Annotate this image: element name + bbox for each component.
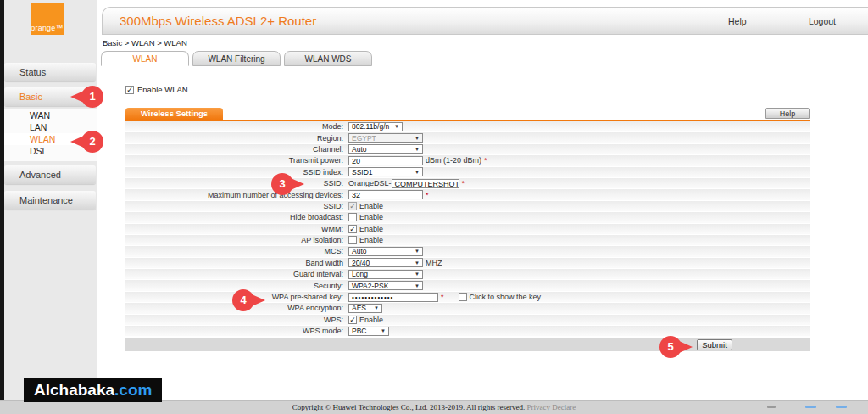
header-bar: 300Mbps Wireless ADSL2+ Router Help Logo… — [102, 7, 868, 35]
wpa-encryption-select[interactable]: AES▼ — [348, 304, 382, 313]
tab-wlan-wds[interactable]: WLAN WDS — [284, 51, 372, 66]
show-key-checkbox[interactable] — [459, 293, 467, 301]
watermark-banner: Alchabaka.com — [24, 378, 162, 402]
chevron-down-icon: ▼ — [415, 136, 420, 141]
table-row: AP isolation: Enable — [125, 235, 810, 246]
table-row: WPS: ✓ Enable — [125, 315, 810, 326]
checkmark-icon: ✓ — [349, 316, 356, 324]
ssid-prefix: OrangeDSL- — [348, 179, 392, 187]
footer-dash-decoration — [767, 406, 776, 408]
callout-arrow-3: 3 — [271, 173, 293, 195]
callout-number: 2 — [81, 131, 103, 153]
table-row: MCS: Auto▼ — [125, 246, 810, 257]
sidebar-item-status[interactable]: Status — [4, 63, 96, 81]
field-suffix: dBm (1-20 dBm) — [426, 156, 481, 165]
required-asterisk: * — [441, 293, 444, 301]
sidebar-item-wan[interactable]: WAN — [4, 109, 97, 121]
field-label: Region: — [125, 134, 348, 143]
select-value: AES — [352, 304, 366, 312]
footer-bar: Copyright © Huawei Technologies Co., Ltd… — [0, 400, 868, 414]
tab-bar: WLAN WLAN Filtering WLAN WDS — [101, 51, 372, 66]
wireless-settings-title: Wireless Settings — [125, 108, 223, 120]
wmm-checkbox[interactable]: ✓ — [348, 225, 357, 233]
chevron-down-icon: ▼ — [415, 283, 420, 288]
ap-isolation-checkbox[interactable] — [348, 236, 357, 244]
required-asterisk: * — [462, 179, 465, 187]
field-label: Transmit power: — [125, 156, 348, 165]
enable-wlan-checkbox[interactable]: ✓ — [125, 86, 134, 94]
table-row: WPA encryption: AES▼ — [125, 303, 810, 314]
table-row: Region: EGYPT▼ — [125, 132, 810, 143]
callout-arrow-5: 5 — [659, 336, 682, 358]
chevron-down-icon: ▼ — [415, 170, 420, 175]
table-row: Mode: 802.11b/g/n▼ — [125, 121, 810, 132]
enable-wlan-label: Enable WLAN — [137, 85, 188, 94]
field-label: Band width — [125, 259, 348, 267]
tab-label: WLAN — [133, 54, 158, 64]
ssid-index-select[interactable]: SSID1▼ — [348, 167, 423, 176]
max-devices-input[interactable]: 32 — [348, 190, 423, 199]
help-link[interactable]: Help — [728, 8, 747, 35]
callout-number: 4 — [232, 289, 254, 311]
field-label: SSID: — [125, 179, 348, 187]
table-row: Guard interval: Long▼ — [125, 269, 810, 280]
orange-logo: orange™ — [31, 3, 64, 35]
required-asterisk: * — [484, 156, 487, 165]
table-row: WMM: ✓ Enable — [125, 224, 810, 235]
bandwidth-select[interactable]: 20/40▼ — [348, 258, 423, 267]
sidebar-item-label: Maintenance — [19, 195, 73, 205]
field-label: SSID: — [125, 202, 348, 210]
tab-wlan[interactable]: WLAN — [101, 51, 189, 66]
field-label: WPS: — [125, 316, 348, 324]
submit-button[interactable]: Submit — [697, 339, 732, 350]
wps-mode-select[interactable]: PBC▼ — [348, 327, 389, 336]
enable-wlan-row: ✓ Enable WLAN — [125, 85, 188, 94]
hide-broadcast-checkbox[interactable] — [348, 213, 357, 221]
tab-label: WLAN Filtering — [208, 54, 264, 64]
sidebar-item-label: LAN — [30, 122, 47, 132]
sidebar-item-maintenance[interactable]: Maintenance — [4, 191, 96, 210]
table-help-button[interactable]: Help — [765, 108, 810, 119]
logout-link[interactable]: Logout — [809, 8, 836, 35]
sidebar: orange™ Status Basic WAN LAN WLAN DSL Ad… — [4, 0, 97, 400]
callout-number: 5 — [659, 336, 682, 358]
mcs-select[interactable]: Auto▼ — [348, 247, 423, 256]
privacy-declare-link[interactable]: Privacy Declare — [527, 403, 576, 411]
mode-select[interactable]: 802.11b/g/n▼ — [348, 122, 403, 131]
checkbox-label: Enable — [359, 213, 383, 221]
field-label: Maximum number of accessing devices: — [125, 191, 348, 199]
sidebar-item-label: WLAN — [30, 134, 55, 144]
select-value: WPA2-PSK — [352, 282, 388, 290]
field-suffix: MHZ — [426, 259, 442, 267]
table-row: Transmit power: 20 dBm (1-20 dBm)* — [125, 155, 810, 166]
callout-number: 3 — [271, 173, 293, 195]
field-label: Hide broadcast: — [125, 213, 348, 221]
table-row: Security: WPA2-PSK▼ — [125, 280, 810, 291]
callout-arrow-4: 4 — [232, 289, 254, 311]
callout-arrow-2: 2 — [81, 131, 103, 153]
checkbox-label: Enable — [359, 225, 383, 233]
sidebar-item-label: Basic — [19, 92, 42, 102]
guard-interval-select[interactable]: Long▼ — [348, 270, 423, 279]
security-select[interactable]: WPA2-PSK▼ — [348, 281, 423, 290]
wpa-key-input[interactable]: ••••••••••••• — [348, 293, 438, 302]
checkmark-icon: ✓ — [349, 202, 356, 210]
wps-checkbox[interactable]: ✓ — [348, 316, 357, 324]
sidebar-item-label: DSL — [30, 146, 47, 156]
field-label: MCS: — [125, 247, 348, 255]
breadcrumb: Basic > WLAN > WLAN — [103, 38, 187, 48]
ssid-input[interactable]: COMPUTERSHOT — [392, 179, 459, 188]
channel-select[interactable]: Auto▼ — [348, 144, 423, 154]
transmit-power-input[interactable]: 20 — [348, 156, 423, 165]
table-row: SSID index: SSID1▼ — [125, 167, 810, 178]
sidebar-item-label: WAN — [30, 110, 50, 120]
copyright-text: Copyright © Huawei Technologies Co., Ltd… — [292, 403, 526, 411]
chevron-down-icon: ▼ — [374, 305, 379, 310]
submit-bar: Submit — [125, 338, 810, 351]
sidebar-item-advanced[interactable]: Advanced — [4, 165, 96, 184]
tab-wlan-filtering[interactable]: WLAN Filtering — [192, 51, 281, 66]
select-value: EGYPT — [352, 134, 376, 143]
checkmark-icon: ✓ — [349, 225, 356, 233]
tab-label: WLAN WDS — [305, 54, 352, 64]
table-row: SSID: ✓ Enable — [125, 201, 810, 212]
